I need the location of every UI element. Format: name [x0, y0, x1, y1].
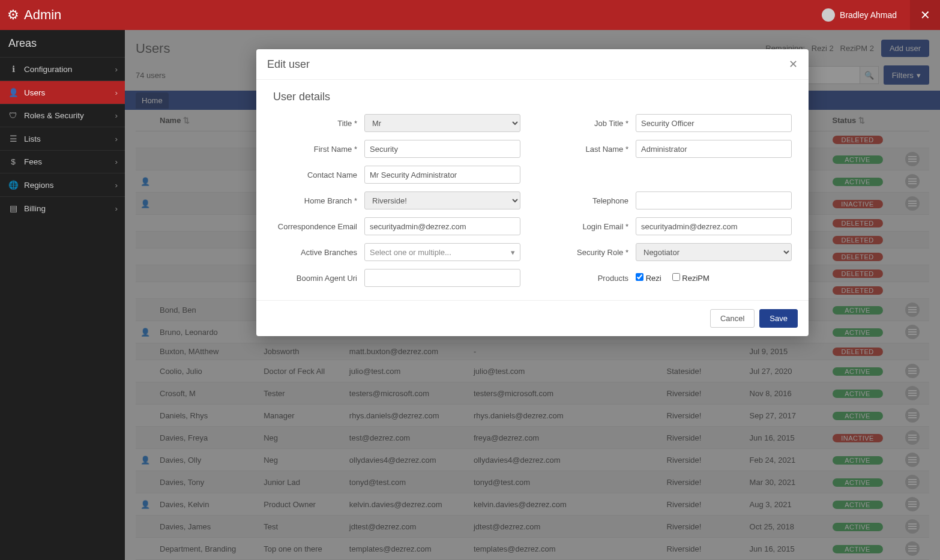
- sidebar-item-regions[interactable]: 🌐Regions›: [0, 173, 125, 196]
- telephone-input[interactable]: [636, 191, 792, 209]
- configuration-icon: ℹ: [8, 64, 18, 74]
- regions-icon: 🌐: [8, 180, 18, 190]
- chevron-right-icon: ›: [115, 65, 118, 74]
- sidebar-heading: Areas: [0, 30, 125, 57]
- sidebar-item-roles-security[interactable]: 🛡Roles & Security›: [0, 104, 125, 127]
- app-title: Admin: [24, 7, 61, 23]
- cancel-button[interactable]: Cancel: [710, 309, 755, 328]
- lists-icon: ☰: [8, 134, 18, 143]
- label-title: Title *: [273, 119, 357, 128]
- rezi-checkbox[interactable]: [636, 273, 643, 281]
- sidebar-item-label: Regions: [24, 181, 54, 190]
- contact-name-input[interactable]: [364, 166, 520, 184]
- chevron-right-icon: ›: [115, 181, 118, 190]
- sidebar-item-label: Users: [24, 88, 45, 97]
- modal-title: Edit user: [267, 58, 310, 71]
- sidebar-item-users[interactable]: 👤Users›: [0, 80, 125, 104]
- chevron-right-icon: ›: [115, 157, 118, 166]
- chevron-right-icon: ›: [115, 88, 118, 97]
- main: Users Remaining: Rezi 2 ReziPM 2 Add use…: [125, 30, 940, 560]
- job-title-input[interactable]: [636, 114, 792, 132]
- topbar: ⚙ Admin Bradley Ahmad ✕: [0, 0, 940, 30]
- caret-down-icon: ▾: [511, 248, 515, 257]
- save-button[interactable]: Save: [759, 309, 798, 328]
- modal-close-button[interactable]: ✕: [789, 58, 798, 71]
- correspondence-email-input[interactable]: [364, 217, 520, 235]
- label-tel: Telephone: [544, 196, 628, 205]
- sidebar-item-lists[interactable]: ☰Lists›: [0, 127, 125, 150]
- users-icon: 👤: [8, 88, 18, 97]
- sidebar-item-fees[interactable]: $Fees›: [0, 150, 125, 173]
- sidebar-item-label: Configuration: [24, 65, 72, 74]
- close-button[interactable]: ✕: [910, 0, 940, 30]
- sidebar-item-label: Billing: [24, 204, 46, 213]
- chevron-right-icon: ›: [115, 111, 118, 120]
- chevron-right-icon: ›: [115, 134, 118, 143]
- label-branch: Home Branch *: [273, 196, 357, 205]
- sidebar-item-label: Roles & Security: [24, 111, 84, 120]
- avatar: [822, 8, 835, 22]
- sidebar-item-label: Lists: [24, 134, 41, 143]
- label-boomin: Boomin Agent Uri: [273, 274, 357, 283]
- fees-icon: $: [8, 157, 18, 166]
- first-name-input[interactable]: [364, 140, 520, 158]
- home-branch-select[interactable]: Riverside!: [364, 191, 520, 209]
- label-role: Security Role *: [544, 248, 628, 257]
- login-email-input[interactable]: [636, 217, 792, 235]
- boomin-uri-input[interactable]: [364, 269, 520, 287]
- rezipm-checkbox[interactable]: [672, 273, 680, 281]
- sidebar-item-billing[interactable]: ▤Billing›: [0, 196, 125, 220]
- edit-user-modal: Edit user ✕ User details Title *Mr Job T…: [256, 49, 809, 336]
- security-role-select[interactable]: Negotiator: [636, 243, 792, 261]
- label-products: Products: [544, 274, 628, 283]
- gear-icon: ⚙: [7, 7, 19, 23]
- section-title: User details: [273, 91, 792, 103]
- user-name: Bradley Ahmad: [840, 10, 897, 20]
- active-branches-select[interactable]: Select one or multiple...▾: [364, 243, 520, 261]
- user-chip[interactable]: Bradley Ahmad: [822, 8, 903, 22]
- chevron-right-icon: ›: [115, 204, 118, 213]
- last-name-input[interactable]: [636, 140, 792, 158]
- label-job: Job Title *: [544, 119, 628, 128]
- label-lemail: Login Email *: [544, 222, 628, 231]
- billing-icon: ▤: [8, 203, 18, 213]
- label-active: Active Branches: [273, 248, 357, 257]
- sidebar-item-configuration[interactable]: ℹConfiguration›: [0, 57, 125, 80]
- label-contact: Contact Name: [273, 170, 357, 179]
- label-cemail: Correspondence Email: [273, 222, 357, 231]
- roles & security-icon: 🛡: [8, 111, 18, 120]
- label-first: First Name *: [273, 145, 357, 154]
- sidebar-item-label: Fees: [24, 157, 42, 166]
- sidebar: Areas ℹConfiguration›👤Users›🛡Roles & Sec…: [0, 30, 125, 560]
- label-last: Last Name *: [544, 145, 628, 154]
- title-select[interactable]: Mr: [364, 114, 520, 132]
